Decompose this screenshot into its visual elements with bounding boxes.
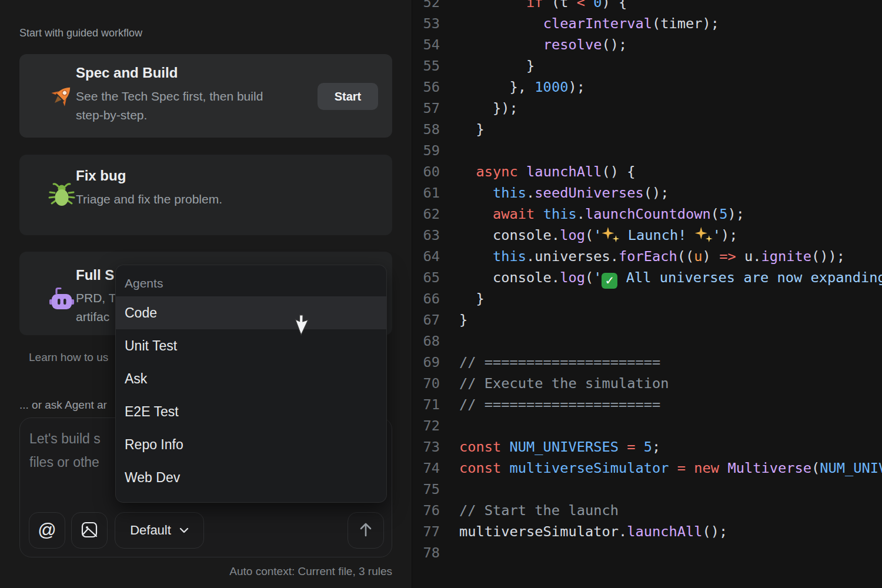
code-line: 56 }, 1000); bbox=[412, 76, 882, 98]
start-button[interactable]: Start bbox=[318, 83, 378, 110]
code-line: 70// Execute the simulation bbox=[412, 373, 882, 394]
workflow-heading: Start with guided workflow bbox=[19, 27, 142, 39]
code-line: 66 } bbox=[412, 288, 882, 309]
robot-icon bbox=[48, 286, 75, 313]
code-line: 67} bbox=[412, 309, 882, 330]
card-description: Triage and fix the problem. bbox=[76, 190, 288, 209]
menu-item-unit-test[interactable]: Unit Test bbox=[116, 329, 386, 362]
line-number: 73 bbox=[412, 436, 440, 457]
code-line: 73const NUM_UNIVERSES = 5; bbox=[412, 436, 882, 457]
menu-item-e2e-test[interactable]: E2E Test bbox=[116, 395, 386, 428]
line-number: 55 bbox=[412, 55, 440, 76]
line-number: 78 bbox=[412, 542, 440, 563]
app-window: Start with guided workflow Spec and Buil… bbox=[0, 0, 882, 588]
code-line: 62 await this.launchCountdown(5); bbox=[412, 203, 882, 225]
line-number: 77 bbox=[412, 521, 440, 542]
code-line: 72 bbox=[412, 415, 882, 436]
sparkles-emoji bbox=[695, 226, 713, 242]
ask-agent-label: ... or ask Agent ar bbox=[19, 399, 107, 412]
line-number: 65 bbox=[412, 267, 440, 288]
line-number: 57 bbox=[412, 98, 440, 119]
agents-dropdown-menu: Agents Code Unit Test Ask E2E Test Repo … bbox=[115, 265, 387, 503]
workflow-card-fix-bug[interactable]: Fix bug Triage and fix the problem. bbox=[19, 155, 392, 235]
learn-how-link[interactable]: Learn how to us bbox=[29, 351, 108, 364]
chevron-down-icon bbox=[179, 525, 189, 536]
code-line: 55 } bbox=[412, 55, 882, 76]
line-number: 62 bbox=[412, 203, 440, 225]
line-number: 76 bbox=[412, 500, 440, 521]
code-line: 63 console.log(' Launch! '); bbox=[412, 225, 882, 246]
mode-selector[interactable]: Default bbox=[115, 512, 204, 549]
auto-context-status: Auto context: Current file, 3 rules bbox=[229, 565, 392, 578]
card-description: See the Tech Spec first, then build step… bbox=[76, 87, 288, 125]
dropdown-header: Agents bbox=[125, 276, 163, 290]
code-line: 76// Start the launch bbox=[412, 500, 882, 521]
line-number: 75 bbox=[412, 479, 440, 500]
code-line: 60 async launchAll() { bbox=[412, 161, 882, 182]
code-line: 57 }); bbox=[412, 98, 882, 119]
line-number: 52 bbox=[412, 0, 440, 13]
mention-button[interactable]: @ bbox=[29, 512, 65, 549]
bug-icon bbox=[48, 181, 75, 208]
line-number: 69 bbox=[412, 352, 440, 373]
send-button[interactable] bbox=[348, 512, 384, 549]
code-line: 59 bbox=[412, 140, 882, 161]
mode-selector-value: Default bbox=[130, 523, 171, 538]
rocket-icon bbox=[48, 82, 75, 109]
line-number: 54 bbox=[412, 34, 440, 55]
code-line: 52 if (t < 0) { bbox=[412, 0, 882, 13]
code-line: 53 clearInterval(timer); bbox=[412, 13, 882, 34]
card-title: Fix bug bbox=[76, 168, 126, 184]
line-number: 66 bbox=[412, 288, 440, 309]
line-number: 60 bbox=[412, 161, 440, 182]
code-editor[interactable]: 52 if (t < 0) {53 clearInterval(timer);5… bbox=[412, 0, 882, 588]
check-mark-emoji: ✓ bbox=[602, 273, 617, 289]
code-line: 71// ===================== bbox=[412, 394, 882, 415]
workflow-card-spec-and-build[interactable]: Spec and Build See the Tech Spec first, … bbox=[19, 54, 392, 138]
code-line: 77multiverseSimulator.launchAll(); bbox=[412, 521, 882, 542]
code-line: 65 console.log('✓ All universes are now … bbox=[412, 267, 882, 288]
code-line: 74const multiverseSimulator = new Multiv… bbox=[412, 457, 882, 479]
code-line: 75 bbox=[412, 479, 882, 500]
sparkles-emoji bbox=[602, 226, 619, 242]
menu-item-web-dev[interactable]: Web Dev bbox=[116, 461, 386, 494]
line-number: 64 bbox=[412, 246, 440, 267]
card-title: Spec and Build bbox=[76, 65, 178, 81]
code-line: 69// ===================== bbox=[412, 352, 882, 373]
menu-item-ask[interactable]: Ask bbox=[116, 362, 386, 395]
card-title: Full S bbox=[76, 267, 114, 283]
line-number: 67 bbox=[412, 309, 440, 330]
line-number: 59 bbox=[412, 140, 440, 161]
line-number: 68 bbox=[412, 330, 440, 352]
line-number: 72 bbox=[412, 415, 440, 436]
code-line: 68 bbox=[412, 330, 882, 352]
input-placeholder-line2: files or othe bbox=[29, 455, 99, 470]
code-line: 61 this.seedUniverses(); bbox=[412, 182, 882, 203]
menu-item-repo-info[interactable]: Repo Info bbox=[116, 428, 386, 461]
line-number: 74 bbox=[412, 457, 440, 479]
line-number: 70 bbox=[412, 373, 440, 394]
input-placeholder-line1: Let's build s bbox=[29, 431, 101, 447]
arrow-up-icon bbox=[358, 522, 374, 540]
line-number: 58 bbox=[412, 119, 440, 140]
line-number: 63 bbox=[412, 225, 440, 246]
code-lines: 52 if (t < 0) {53 clearInterval(timer);5… bbox=[412, 0, 882, 563]
mouse-cursor-icon bbox=[289, 312, 314, 339]
attach-image-button[interactable] bbox=[71, 512, 108, 549]
line-number: 53 bbox=[412, 13, 440, 34]
menu-item-code[interactable]: Code bbox=[116, 296, 386, 329]
at-icon: @ bbox=[38, 520, 56, 541]
code-line: 54 resolve(); bbox=[412, 34, 882, 55]
code-line: 64 this.universes.forEach((u) => u.ignit… bbox=[412, 246, 882, 267]
line-number: 61 bbox=[412, 182, 440, 203]
image-icon bbox=[81, 521, 98, 540]
line-number: 56 bbox=[412, 76, 440, 98]
code-line: 78 bbox=[412, 542, 882, 563]
line-number: 71 bbox=[412, 394, 440, 415]
code-line: 58 } bbox=[412, 119, 882, 140]
